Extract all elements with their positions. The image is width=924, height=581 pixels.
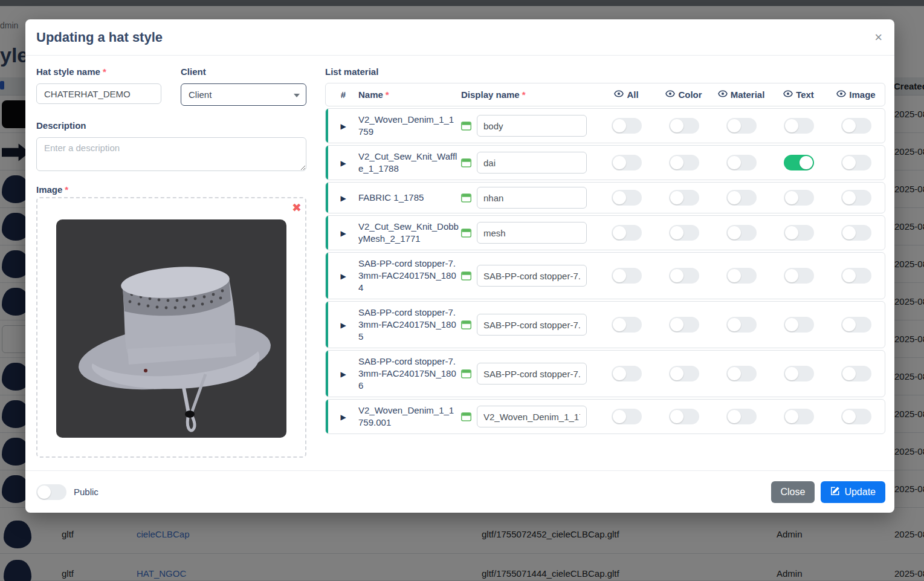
material-list-section: List material # Name* Display name* AllC… — [325, 67, 885, 434]
visibility-toggle-material[interactable] — [726, 118, 757, 134]
visibility-toggle-material[interactable] — [726, 409, 757, 424]
eye-column-header-all: All — [598, 89, 655, 100]
visibility-toggle-image[interactable] — [841, 366, 871, 381]
visibility-toggle-all[interactable] — [612, 409, 642, 424]
visibility-toggle-image[interactable] — [841, 118, 871, 134]
material-card-icon — [461, 320, 477, 329]
visibility-toggle-image[interactable] — [841, 155, 871, 170]
material-row: ▶FABRIC 1_1785 — [325, 182, 885, 213]
visibility-toggle-color[interactable] — [669, 317, 699, 333]
eye-icon — [718, 89, 728, 100]
display-name-input[interactable] — [477, 314, 587, 336]
index-column-header: # — [328, 89, 358, 100]
expand-row-button[interactable]: ▶ — [328, 122, 358, 131]
hat-style-name-label: Hat style name* — [36, 67, 106, 77]
visibility-toggle-text[interactable] — [784, 190, 814, 206]
pencil-square-icon — [830, 486, 840, 498]
expand-row-button[interactable]: ▶ — [328, 158, 358, 167]
visibility-toggle-all[interactable] — [612, 268, 642, 284]
eye-column-header-text: Text — [770, 89, 827, 100]
visibility-toggle-color[interactable] — [669, 118, 699, 134]
update-hat-style-modal: Updating a hat style × Hat style name* C… — [25, 19, 894, 513]
display-name-input[interactable] — [477, 363, 587, 385]
material-name: V2_Woven_Denim_1_1759 — [358, 109, 461, 143]
visibility-toggle-color[interactable] — [669, 366, 699, 381]
display-name-input[interactable] — [477, 152, 587, 174]
visibility-toggle-color[interactable] — [669, 155, 699, 170]
public-toggle-label: Public — [74, 487, 99, 497]
visibility-toggle-color[interactable] — [669, 409, 699, 424]
display-name-input[interactable] — [477, 222, 587, 244]
visibility-toggle-material[interactable] — [726, 190, 757, 206]
eye-column-header-image: Image — [827, 89, 885, 100]
form-column: Hat style name* Client Client Descriptio… — [36, 67, 306, 458]
expand-row-button[interactable]: ▶ — [328, 271, 358, 281]
client-select[interactable]: Client — [181, 83, 306, 106]
material-row: ▶V2_Woven_Denim_1_1759.001 — [325, 399, 885, 434]
expand-row-button[interactable]: ▶ — [328, 320, 358, 329]
visibility-toggle-image[interactable] — [841, 190, 871, 206]
visibility-toggle-color[interactable] — [669, 190, 699, 206]
visibility-toggle-image[interactable] — [841, 409, 871, 424]
close-icon[interactable]: × — [874, 31, 882, 44]
name-column-header: Name* — [358, 89, 461, 100]
eye-column-header-material: Material — [712, 89, 770, 100]
visibility-toggle-text[interactable] — [784, 225, 814, 241]
expand-row-button[interactable]: ▶ — [328, 229, 358, 238]
material-row: ▶V2_Cut_Sew_Knit_DobbyMesh_2_1771 — [325, 215, 885, 250]
visibility-toggle-all[interactable] — [612, 118, 642, 134]
image-dropzone[interactable]: ✖ — [36, 197, 306, 458]
required-asterisk: * — [65, 184, 68, 195]
material-name: FABRIC 1_1785 — [358, 187, 461, 209]
visibility-toggle-image[interactable] — [841, 225, 871, 241]
material-name: SAB-PP-cord stopper-7.3mm-FAC240175N_180… — [358, 253, 461, 299]
expand-row-button[interactable]: ▶ — [328, 193, 358, 203]
hat-style-name-input[interactable] — [36, 83, 161, 104]
visibility-toggle-image[interactable] — [841, 317, 871, 333]
visibility-toggle-all[interactable] — [612, 317, 642, 333]
visibility-toggle-all[interactable] — [612, 225, 642, 241]
eye-column-header-color: Color — [655, 89, 712, 100]
visibility-toggle-color[interactable] — [669, 225, 699, 241]
visibility-toggle-color[interactable] — [669, 268, 699, 284]
visibility-toggle-text[interactable] — [784, 268, 814, 284]
material-row: ▶SAB-PP-cord stopper-7.3mm-FAC240175N_18… — [325, 350, 885, 397]
display-name-input[interactable] — [477, 187, 587, 209]
visibility-toggle-text[interactable] — [784, 317, 814, 333]
visibility-toggle-material[interactable] — [726, 155, 757, 170]
delete-image-icon[interactable]: ✖ — [292, 202, 302, 213]
material-table-header: # Name* Display name* AllColorMaterialTe… — [325, 83, 885, 106]
visibility-toggle-material[interactable] — [726, 268, 757, 284]
visibility-toggle-material[interactable] — [726, 366, 757, 381]
visibility-toggle-image[interactable] — [841, 268, 871, 284]
caret-right-icon: ▶ — [340, 122, 346, 131]
visibility-toggle-text[interactable] — [784, 409, 814, 424]
visibility-toggle-all[interactable] — [612, 190, 642, 206]
material-name: V2_Cut_Sew_Knit_Waffle_1_1788 — [358, 146, 461, 180]
material-row: ▶V2_Cut_Sew_Knit_Waffle_1_1788 — [325, 145, 885, 180]
material-card-icon — [461, 158, 477, 167]
material-card-icon — [461, 369, 477, 378]
visibility-toggle-material[interactable] — [726, 225, 757, 241]
display-name-input[interactable] — [477, 115, 587, 137]
material-name: V2_Cut_Sew_Knit_DobbyMesh_2_1771 — [358, 216, 461, 250]
public-toggle[interactable] — [36, 484, 66, 500]
eye-icon — [783, 89, 793, 100]
modal-header: Updating a hat style × — [25, 19, 894, 56]
display-name-input[interactable] — [477, 406, 587, 427]
update-button[interactable]: Update — [821, 481, 885, 503]
visibility-toggle-all[interactable] — [612, 366, 642, 381]
description-textarea[interactable] — [36, 137, 306, 171]
expand-row-button[interactable]: ▶ — [328, 369, 358, 378]
client-label: Client — [181, 67, 206, 77]
visibility-toggle-text[interactable] — [784, 366, 814, 381]
visibility-toggle-text[interactable] — [784, 118, 814, 134]
display-name-input[interactable] — [477, 265, 587, 287]
visibility-toggle-material[interactable] — [726, 317, 757, 333]
caret-right-icon: ▶ — [340, 413, 346, 421]
caret-right-icon: ▶ — [340, 321, 346, 329]
close-button[interactable]: Close — [771, 481, 815, 503]
visibility-toggle-all[interactable] — [612, 155, 642, 170]
expand-row-button[interactable]: ▶ — [328, 412, 358, 421]
visibility-toggle-text[interactable] — [784, 155, 814, 170]
